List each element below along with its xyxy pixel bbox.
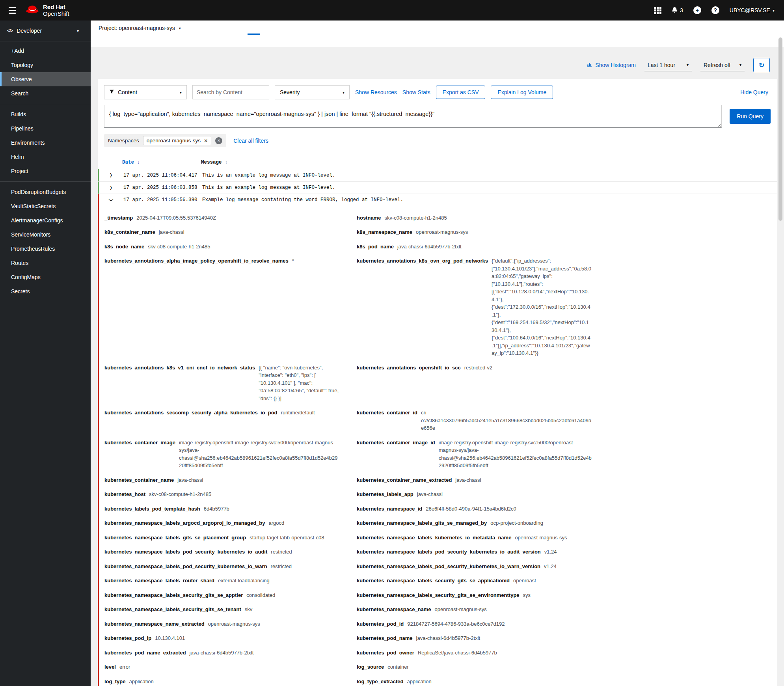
detail-pair: kubernetes_namespace_labels_gits_se_plac… <box>104 530 357 545</box>
detail-value: image-registry.openshift-image-registry.… <box>179 439 339 470</box>
log-row[interactable]: ❯17 apr. 2025 11:06:04.417This is an exa… <box>98 169 777 181</box>
sidebar-item-prometheusrules[interactable]: PrometheusRules <box>0 242 91 256</box>
app-launcher-icon[interactable] <box>654 7 661 14</box>
detail-row: kubernetes_container_imageimage-registry… <box>104 435 777 473</box>
perspective-switcher[interactable]: </> Developer ▾ <box>0 21 91 41</box>
explain-log-volume-button[interactable]: Explain Log Volume <box>491 86 553 99</box>
chevron-down-icon: ▾ <box>739 63 741 67</box>
project-label: Project: openroast-magnus-sys <box>99 25 175 31</box>
detail-value: 6d4b5977b <box>204 505 339 513</box>
expand-chevron-icon[interactable]: ❯ <box>110 172 113 179</box>
sidebar-item-topology[interactable]: Topology <box>0 58 91 72</box>
detail-key: kubernetes_container_image <box>104 439 175 470</box>
detail-value: startup-taget-labb-openroast-c08 <box>250 534 339 542</box>
date-column-header[interactable]: Date↓ <box>122 160 201 165</box>
detail-pair: kubernetes_annotations_alpha_image_polic… <box>104 254 357 361</box>
sidebar-item-builds[interactable]: Builds <box>0 107 91 121</box>
message-column-header[interactable]: Message↕ <box>201 160 777 165</box>
detail-value: java-chassi <box>455 476 592 484</box>
chevron-down-icon: ▾ <box>180 90 182 95</box>
show-resources-link[interactable]: Show Resources <box>355 89 397 95</box>
sidebar-item-search[interactable]: Search <box>0 86 91 101</box>
query-input[interactable]: { log_type="application", kubernetes_nam… <box>104 105 722 128</box>
sidebar-item-pipelines[interactable]: Pipelines <box>0 121 91 136</box>
log-table-header: Date↓ Message↕ <box>98 156 777 169</box>
chip-label: openroast-magnus-sys <box>147 138 201 144</box>
detail-value: restricted-v2 <box>464 364 592 403</box>
nav-section-divider <box>0 104 91 104</box>
project-selector[interactable]: Project: openroast-magnus-sys ▾ <box>91 21 181 31</box>
sidebar-item-secrets[interactable]: Secrets <box>0 284 91 298</box>
detail-value: image-registry.openshift-image-registry.… <box>439 439 592 470</box>
detail-key: kubernetes_annotations_openshift_io_scc <box>357 364 461 403</box>
detail-pair: kubernetes_container_idcri-o://cf86a1c33… <box>357 406 609 436</box>
sidebar-item-alertmanagerconfigs[interactable]: AlertmanagerConfigs <box>0 213 91 227</box>
close-icon[interactable]: ✕ <box>204 138 208 144</box>
run-query-button[interactable]: Run Query <box>730 109 771 124</box>
detail-pair: _timestamp2025-04-17T09:05:55.537614940Z <box>104 211 357 225</box>
show-histogram-link[interactable]: Show Histogram <box>587 62 636 68</box>
detail-pair: kubernetes_namespace_labels_pod_security… <box>104 545 357 559</box>
severity-dropdown[interactable]: Severity ▾ <box>275 85 350 99</box>
hide-query-link[interactable]: Hide Query <box>740 89 771 95</box>
detail-row: kubernetes_container_namejava-chassikube… <box>104 473 777 487</box>
active-tab-indicator <box>248 34 260 35</box>
detail-value: openroast-magnus-sys <box>435 606 592 613</box>
sidebar-item-poddisruptionbudgets[interactable]: PodDisruptionBudgets <box>0 185 91 199</box>
sort-descending-icon: ↓ <box>137 160 140 165</box>
sidebar-item-routes[interactable]: Routes <box>0 256 91 270</box>
chevron-down-icon: ▾ <box>343 90 345 95</box>
detail-key: _timestamp <box>104 214 133 222</box>
detail-value: skv-c08-compute-h1-2n485 <box>384 214 592 222</box>
sidebar-item-vaultstaticsecrets[interactable]: VaultStaticSecrets <box>0 199 91 213</box>
filter-row: Content ▾ Severity ▾ Show Resources Show… <box>98 79 777 99</box>
time-range-select[interactable]: Last 1 hour ▾ <box>644 59 692 71</box>
show-stats-link[interactable]: Show Stats <box>402 89 430 95</box>
sidebar-item-servicemonitors[interactable]: ServiceMonitors <box>0 227 91 242</box>
sidebar-item-environments[interactable]: Environments <box>0 136 91 150</box>
brand: Red Hat OpenShift <box>25 4 69 17</box>
refresh-interval-select[interactable]: Refresh off ▾ <box>700 59 745 71</box>
sidebar-item-helm[interactable]: Helm <box>0 150 91 164</box>
sidebar-item-configmaps[interactable]: ConfigMaps <box>0 270 91 284</box>
log-rows: ❯17 apr. 2025 11:06:04.417This is an exa… <box>98 169 777 686</box>
expand-chevron-icon[interactable]: ❯ <box>110 184 113 192</box>
project-bar: Project: openroast-magnus-sys ▾ <box>91 21 784 47</box>
sidebar-item--add[interactable]: +Add <box>0 44 91 58</box>
vertical-scrollbar[interactable] <box>778 37 782 221</box>
username: UBYC@RSV.SE <box>730 7 770 13</box>
attribute-filter-dropdown[interactable]: Content ▾ <box>104 85 187 99</box>
export-csv-button[interactable]: Export as CSV <box>436 86 486 99</box>
sidebar-item-project[interactable]: Project <box>0 164 91 178</box>
content-search-input[interactable] <box>192 85 269 99</box>
detail-row: k8s_node_nameskv-c08-compute-h1-2n485k8s… <box>104 239 777 254</box>
detail-row: kubernetes_annotations_alpha_image_polic… <box>104 254 777 361</box>
log-row[interactable]: ❯17 apr. 2025 11:05:56.390Example log me… <box>98 194 777 206</box>
detail-key: kubernetes_container_id <box>357 409 417 432</box>
log-row[interactable]: ❯17 apr. 2025 11:06:03.858This is an exa… <box>98 181 777 194</box>
filter-funnel-icon <box>109 89 114 95</box>
detail-key: hostname <box>357 214 381 222</box>
notifications-button[interactable]: 3 <box>672 7 683 14</box>
import-button[interactable]: + <box>693 6 701 14</box>
detail-key: kubernetes_namespace_labels_security_git… <box>104 606 241 613</box>
log-detail-panel: _timestamp2025-04-17T09:05:55.537614940Z… <box>98 206 777 686</box>
perspective-label: Developer <box>17 28 42 34</box>
sidebar-item-observe[interactable]: Observe <box>0 72 91 86</box>
detail-key: k8s_node_name <box>104 243 144 251</box>
chips-row: Namespaces openroast-magnus-sys✕ ✕ Clear… <box>104 134 771 147</box>
chips: openroast-magnus-sys✕ <box>143 136 211 145</box>
chevron-down-icon: ▾ <box>179 26 181 30</box>
clear-chip-group-button[interactable]: ✕ <box>215 137 222 144</box>
help-button[interactable]: ? <box>711 6 719 14</box>
detail-value: v1.24 <box>544 563 592 570</box>
detail-pair: hostnameskv-c08-compute-h1-2n485 <box>357 211 609 225</box>
nav-toggle-button[interactable] <box>6 5 18 16</box>
clear-all-filters-link[interactable]: Clear all filters <box>233 138 268 144</box>
collapse-chevron-icon[interactable]: ❯ <box>108 199 115 201</box>
refresh-button[interactable]: ↻ <box>753 58 770 72</box>
detail-value: 92184727-5694-4786-933a-be6c0ce7d192 <box>407 620 592 628</box>
namespace-chip[interactable]: openroast-magnus-sys✕ <box>143 136 211 145</box>
plus-icon: + <box>696 7 699 13</box>
user-menu[interactable]: UBYC@RSV.SE ▾ <box>730 7 775 13</box>
